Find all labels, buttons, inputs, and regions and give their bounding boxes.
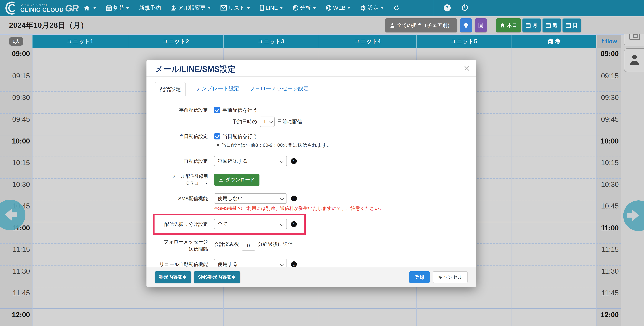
tab-template-settings[interactable]: テンプレート設定 <box>196 85 239 96</box>
pre-delivery-label: 事前配信設定 <box>155 106 208 114</box>
routing-select[interactable]: 全て <box>214 219 287 229</box>
follow-message-label: フォローメッセージ 送信間隔 <box>155 238 208 253</box>
pre-delivery-checkbox[interactable] <box>214 107 220 113</box>
pre-delivery-row: 事前配信設定 事前配信を行う <box>155 106 468 114</box>
redelivery-label: 再配信設定 <box>155 157 208 165</box>
submit-button[interactable]: 登録 <box>409 271 430 283</box>
close-icon[interactable] <box>463 65 470 72</box>
sms-template-edit-button[interactable]: SMS雛形内容変更 <box>194 271 240 283</box>
calendar-icon <box>566 23 571 28</box>
sameday-delivery-note: ※ 当日配信は午前8：00-9：00の間に送信されます。 <box>216 142 332 148</box>
clinic-cloud-app: クリニッククラウド CLINIC CLOUD GR 切替 新規予 <box>0 0 644 326</box>
person-edit-icon <box>171 5 176 11</box>
info-icon[interactable] <box>291 221 297 227</box>
nav-item-analysis[interactable]: 分析 <box>292 4 316 12</box>
template-edit-button[interactable]: 雛形内容変更 <box>155 271 191 283</box>
logo-name: CLINIC CLOUD <box>20 7 64 13</box>
chevron-down-icon <box>126 7 129 9</box>
time-row: 11:4511:45 <box>0 287 621 308</box>
sameday-delivery-label: 当日配信設定 <box>155 133 208 140</box>
recall-label: リコール自動配信機能 <box>155 261 208 267</box>
staff-filter-button[interactable]: 全ての担当（チェア別） <box>385 18 457 32</box>
pre-delivery-days-row: 予約日時の 1 日前に配信 <box>232 117 468 127</box>
modal-body: 配信設定 テンプレート設定 フォローメッセージ設定 事前配信設定 事前配信を行う… <box>146 77 476 267</box>
grid-line <box>128 48 128 326</box>
person-icon <box>629 54 640 66</box>
grid-line <box>596 48 596 326</box>
help-icon[interactable] <box>444 4 451 12</box>
home-icon <box>500 23 505 28</box>
week-view-button[interactable]: 週 <box>542 18 561 32</box>
recall-select[interactable]: 使用する <box>214 259 287 267</box>
side-person-button[interactable] <box>624 48 644 72</box>
sameday-delivery-checkbox[interactable] <box>214 133 220 139</box>
tab-delivery-settings[interactable]: 配信設定 <box>155 82 186 96</box>
chevron-down-icon <box>313 7 316 9</box>
download-icon <box>218 177 224 183</box>
right-gutter <box>621 48 644 326</box>
gear-icon <box>360 5 366 11</box>
info-icon[interactable] <box>291 158 297 164</box>
tab-follow-message-settings[interactable]: フォローメッセージ設定 <box>250 85 309 96</box>
mail-icon <box>220 5 227 11</box>
printer-icon <box>463 23 469 28</box>
print-button[interactable] <box>460 18 472 32</box>
qr-code-row: メール配信登録用 ＱＲコード ダウンロード <box>155 173 468 187</box>
nav-item-line[interactable]: LINE <box>260 5 283 11</box>
chevron-down-icon <box>208 7 210 9</box>
home-icon <box>84 5 90 11</box>
sms-select[interactable]: 使用しない <box>214 193 287 204</box>
nav-item-list[interactable]: リスト <box>220 4 250 12</box>
info-icon[interactable] <box>291 261 297 267</box>
follow-minutes-input[interactable] <box>242 241 255 251</box>
mail-line-sms-settings-modal: メール/LINE/SMS設定 配信設定 テンプレート設定 フォローメッセージ設定… <box>146 60 476 287</box>
sms-warning-row: ※SMS機能のご利用には別途、通信料が発生いたしますので、ご注意ください。 <box>214 205 468 212</box>
logo-katakana: クリニッククラウド <box>20 4 64 6</box>
month-view-button[interactable]: 月 <box>522 18 541 32</box>
column-header-unit2: ユニット2 <box>128 35 223 48</box>
cancel-button[interactable]: キャンセル <box>433 271 468 283</box>
modal-footer: 雛形内容変更 SMS雛形内容変更 登録 キャンセル <box>146 267 476 287</box>
column-header-row: 1人 ユニット1 ユニット2 ユニット3 ユニット4 ユニット5 備 考 flo… <box>0 34 644 48</box>
list-icon <box>478 23 483 28</box>
calendar-icon <box>106 5 112 11</box>
view-switch-group: 本日 月 週 日 <box>496 18 581 32</box>
nav-item-new-appointment[interactable]: 新規予約 <box>139 4 161 12</box>
chevron-down-icon <box>247 7 250 9</box>
qr-download-button[interactable]: ダウンロード <box>214 174 260 186</box>
qr-code-label: メール配信登録用 ＱＲコード <box>155 173 208 187</box>
sms-label: SMS配信機能 <box>155 195 208 202</box>
sms-row: SMS配信機能 使用しない <box>155 193 468 204</box>
flow-header[interactable]: flow <box>596 35 621 48</box>
logo-suffix: GR <box>65 3 78 14</box>
modal-title: メール/LINE/SMS設定 <box>155 64 236 75</box>
chevron-down-icon <box>381 7 384 9</box>
person-count-cell: 1人 <box>0 35 32 48</box>
globe-icon <box>326 5 332 11</box>
memo-list-button[interactable] <box>475 18 487 32</box>
modal-tabs: 配信設定 テンプレート設定 フォローメッセージ設定 <box>155 83 468 96</box>
sameday-note-row: ※ 当日配信は午前8：00-9：00の間に送信されます。 <box>216 142 468 148</box>
calendar-icon <box>546 23 551 28</box>
nav-item-settings[interactable]: 設定 <box>360 4 384 12</box>
logo-arcs-icon <box>4 1 19 16</box>
nav-item-appointment-book-change[interactable]: アポ帳変更 <box>171 4 210 12</box>
info-icon[interactable] <box>291 196 297 201</box>
date-toolbar-row: 2024年10月28日（月） 全ての担当（チェア別） <box>0 17 644 34</box>
calendar-icon <box>526 23 530 28</box>
routing-highlight-box: 配信先振り分け設定 全て <box>153 214 306 235</box>
nav-item-home[interactable] <box>84 5 96 11</box>
sameday-delivery-row: 当日配信設定 当日配信を行う <box>155 133 468 140</box>
nav-item-refresh[interactable] <box>394 5 401 11</box>
chevron-down-icon <box>93 7 96 9</box>
day-view-button[interactable]: 日 <box>562 18 581 32</box>
nav-item-web[interactable]: WEB <box>326 5 350 11</box>
days-before-select[interactable]: 1 <box>260 117 274 127</box>
nav-item-switch[interactable]: 切替 <box>106 4 129 12</box>
redelivery-select[interactable]: 毎回確認する <box>214 156 287 166</box>
today-button[interactable]: 本日 <box>496 18 521 32</box>
pre-delivery-checkbox-label: 事前配信を行う <box>222 107 258 113</box>
power-icon[interactable] <box>461 4 468 12</box>
person-count-badge: 1人 <box>9 37 23 46</box>
app-logo[interactable]: クリニッククラウド CLINIC CLOUD GR <box>4 1 78 15</box>
